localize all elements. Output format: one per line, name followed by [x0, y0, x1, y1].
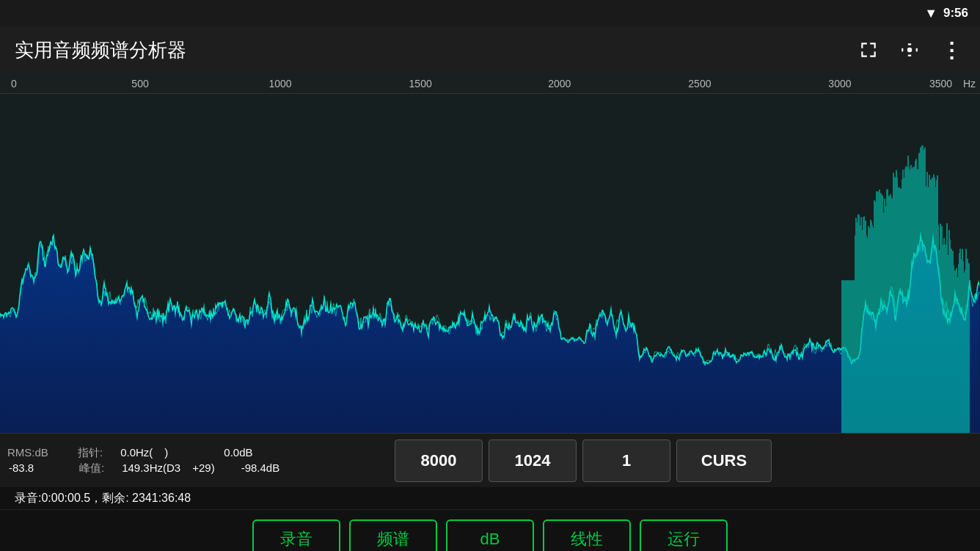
peak-note: +29) [192, 461, 214, 475]
svg-point-0 [907, 48, 913, 53]
btn-1024[interactable]: 1024 [489, 439, 577, 482]
needle-freq: 0.0Hz( [120, 446, 153, 460]
linear-button[interactable]: 线性 [543, 519, 631, 552]
needle-label: 指针: [78, 446, 103, 460]
info-left: RMS:dB 指针: 0.0Hz( ) 0.0dB -83.8 峰值: 149.… [7, 446, 389, 475]
rms-label: RMS:dB [7, 446, 66, 460]
menu-button[interactable]: ⋮ [936, 35, 965, 65]
app-title: 实用音频频谱分析器 [15, 37, 842, 63]
title-bar: 实用音频频谱分析器 ⋮ [0, 26, 980, 73]
freq-3500: 3500 [929, 78, 952, 90]
run-button[interactable]: 运行 [640, 519, 728, 552]
freq-500: 500 [131, 78, 148, 90]
rec-info: 录音:0:00:00.5，剩余: 2341:36:48 [0, 487, 980, 509]
rms-value: -83.8 [9, 461, 67, 475]
btn-curs[interactable]: CURS [676, 439, 772, 482]
info-bar: RMS:dB 指针: 0.0Hz( ) 0.0dB -83.8 峰值: 149.… [0, 433, 980, 487]
spectrum-area: 0 500 1000 1500 2000 2500 3000 3500 Hz -… [0, 73, 980, 433]
needle-db: 0.0dB [224, 446, 252, 460]
fullscreen2-button[interactable] [895, 35, 924, 65]
peak-freq: 149.3Hz(D3 [122, 461, 180, 475]
clock: 9:56 [943, 6, 968, 21]
btn-1[interactable]: 1 [582, 439, 670, 482]
record-button[interactable]: 录音 [252, 519, 340, 552]
status-bar: ▼ 9:56 [0, 0, 980, 26]
needle-freq2: ) [164, 446, 168, 460]
fullscreen1-button[interactable] [854, 35, 883, 65]
spectrum-button[interactable]: 频谱 [349, 519, 437, 552]
db-button[interactable]: dB [446, 519, 534, 552]
freq-axis: 0 500 1000 1500 2000 2500 3000 3500 Hz [0, 73, 980, 94]
info-row-bottom: -83.8 峰值: 149.3Hz(D3 +29) -98.4dB [7, 461, 389, 475]
peak-label: 峰值: [79, 461, 104, 475]
freq-3000: 3000 [828, 78, 851, 90]
chart-container: -36 -72 -108 dB [0, 94, 980, 433]
info-row-top: RMS:dB 指针: 0.0Hz( ) 0.0dB [7, 446, 389, 460]
peak-db: -98.4dB [241, 461, 280, 475]
freq-0: 0 [11, 78, 17, 90]
freq-1000: 1000 [269, 78, 292, 90]
freq-1500: 1500 [409, 78, 432, 90]
spectrum-canvas [0, 94, 980, 433]
rec-info-text: 录音:0:00:00.5，剩余: 2341:36:48 [15, 491, 191, 506]
freq-hz-label: Hz [963, 78, 976, 90]
freq-2000: 2000 [548, 78, 571, 90]
button-bar: 录音 频谱 dB 线性 运行 [0, 509, 980, 551]
wifi-icon: ▼ [924, 6, 937, 21]
freq-2500: 2500 [688, 78, 711, 90]
btn-8000[interactable]: 8000 [395, 439, 483, 482]
